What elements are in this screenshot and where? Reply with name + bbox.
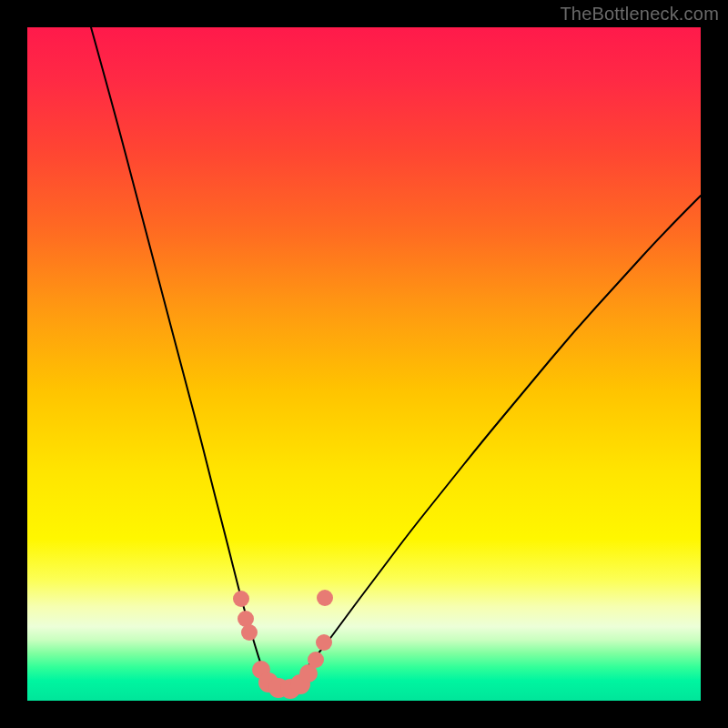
curve-left-curve [91, 27, 264, 675]
valley-marker [317, 590, 333, 606]
watermark-text: TheBottleneck.com [560, 4, 719, 25]
valley-marker [316, 634, 332, 651]
curves-svg [27, 27, 701, 701]
curve-right-curve [295, 196, 701, 682]
plot-area [27, 27, 701, 701]
marker-group [233, 590, 333, 699]
valley-marker [233, 591, 249, 607]
valley-marker [241, 624, 258, 641]
curve-group [91, 27, 701, 688]
valley-marker [308, 652, 324, 668]
